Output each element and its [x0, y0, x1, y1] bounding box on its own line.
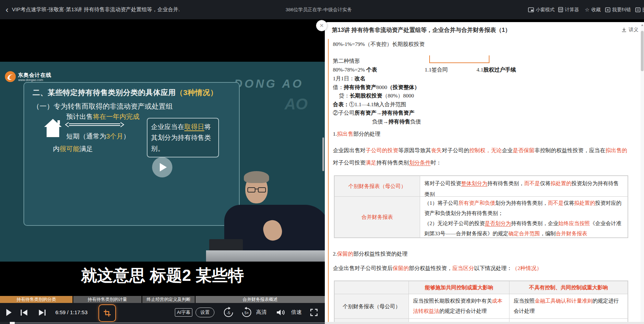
slide-line-2: 短期（通常为3个月）	[66, 132, 130, 141]
slide-line-3: 内很可能满足	[53, 144, 93, 154]
volume-button[interactable]	[276, 309, 285, 316]
slide-title: 二、某些特定持有待售类别分类的具体应用（3种情况）	[33, 88, 218, 97]
player-controls: 6:59 / 1:17:53 AI字幕 设置 -5 5+ 高清	[0, 303, 325, 322]
clip-marker-button[interactable]	[98, 304, 116, 322]
notes-line: 借：持有待售资产8000（投资整体）	[333, 84, 420, 91]
watermark-2: AO	[285, 95, 308, 113]
report-error-button[interactable]: 我要纠错	[605, 0, 631, 19]
forward-5-icon: 5+	[241, 307, 252, 318]
ai-subtitle-button[interactable]: AI字幕	[175, 308, 192, 317]
svg-text:5+: 5+	[245, 311, 249, 315]
notes-paragraph-1: 企业因出售对子公司的投资等原因导致其丧失对子公司的控制权，无论企业是否保留非控制…	[333, 144, 627, 169]
back-icon[interactable]: ‹	[6, 6, 8, 14]
slide-subtitle: （一）专为转售而取得的非流动资产或处置组	[33, 102, 173, 111]
double-arrow-icon	[65, 122, 124, 129]
slide-panel: 二、某些特定持有待售类别分类的具体应用（3种情况） （一）专为转售而取得的非流动…	[23, 82, 240, 226]
quality-button[interactable]: 高清	[256, 309, 267, 316]
rewind-5-button[interactable]: -5	[223, 307, 234, 318]
notes-line: 贷：长期股权投资（80%）8000	[339, 92, 414, 100]
notes-line: 4.1股权过户手续	[477, 66, 516, 74]
chapter-segment-2[interactable]: 持有待售类别的计量	[73, 296, 142, 303]
seek-thumb[interactable]	[10, 322, 15, 324]
dongao-logo-icon	[5, 71, 16, 82]
notes-line: 1月1日：改名	[333, 75, 365, 82]
speed-button[interactable]: 倍速	[291, 309, 302, 316]
play-icon	[159, 163, 167, 172]
favorite-button[interactable]: ☆ 收藏	[585, 0, 601, 19]
video-player[interactable]: 东奥会计在线 www.dongao.com DONG AO AO 二、某些特定持…	[0, 19, 325, 324]
notes-title: 第13讲 持有待售非流动资产处置组等，企业合并与合并财务报表（1）	[332, 26, 511, 34]
favorite-label: 收藏	[591, 7, 601, 13]
video-caption: 就这意思 标题2 某些特	[0, 265, 325, 286]
scrollbar-up-arrow[interactable]	[641, 24, 643, 26]
download-label: 讲义	[629, 27, 638, 33]
previous-button[interactable]	[20, 310, 28, 316]
table2-row1-col2: 应当按照长期股权投资准则中有关成本法转权益法的规定进行会计处理	[409, 294, 509, 319]
slide-callout-box: 企业应当在取得日将其划分为持有待售类别。	[147, 118, 219, 157]
course-title: VIP考点速学班-张敬富·第13讲 持有待售非流动资产处置组等，企业合并...	[12, 6, 180, 13]
notes-line: 负债→持有待售负债	[372, 118, 421, 126]
play-overlay-button[interactable]	[152, 157, 172, 177]
page-scrollbar-thumb[interactable]	[322, 137, 324, 171]
chapter-segment-3[interactable]: 终止经营的定义及判断	[142, 296, 195, 303]
laptop	[209, 239, 243, 251]
download-icon	[621, 27, 627, 33]
table2-col2-header: 能够施加共同控制或重大影响	[409, 281, 509, 294]
top-bar: ‹ VIP考点速学班-张敬富·第13讲 持有待售非流动资产处置组等，企业合并..…	[0, 0, 644, 19]
next-button[interactable]	[39, 310, 46, 316]
svg-text:-5: -5	[227, 311, 230, 315]
watermark: DONG AO	[234, 77, 303, 90]
instructor-hair	[244, 171, 269, 183]
chapter-bar: 持有待售类别的分类 持有待售类别的计量 终止经营的定义及判断 合并财务报表概述	[0, 296, 325, 303]
notes-panel: 第13讲 持有待售非流动资产处置组等，企业合并与合并财务报表（1） 讲义 80%…	[325, 22, 644, 324]
desk	[206, 250, 325, 262]
table1-row1-header: 个别财务报表（母公司）	[334, 176, 420, 197]
notes-paragraph-2: 企业出售对子公司投资后保留的部分权益性投资，应当区分以下情况处理：（2种情况）	[333, 265, 542, 272]
forward-5-button[interactable]: 5+	[241, 307, 252, 318]
settings-button[interactable]: 设置	[196, 308, 214, 317]
timeline-bracket-bottom	[429, 62, 489, 63]
fullscreen-icon	[310, 309, 318, 316]
table1-row2-body: （1）将子公司所有资产和负债划分为持有待售类别，而不是仅将拟处置的投资对应的资产…	[420, 196, 628, 238]
calculator-label: 计算器	[565, 7, 579, 13]
crop-icon	[103, 309, 111, 317]
next-icon	[39, 310, 46, 316]
fullscreen-button[interactable]	[310, 309, 318, 316]
table1-row2-header: 合并财务报表	[334, 196, 420, 238]
pip-label: 小窗模式	[536, 7, 555, 13]
chapter-segment-1[interactable]: 持有待售类别的分类	[0, 296, 73, 303]
feedback-icon	[635, 7, 640, 12]
house-icon	[44, 119, 62, 140]
download-handout-button[interactable]: 讲义	[621, 27, 638, 33]
notes-scrollbar-thumb[interactable]	[641, 31, 644, 71]
feedback-button[interactable]: 提	[635, 0, 644, 19]
notes-line: ②子公司所有资产→持有待售资产	[333, 109, 415, 117]
close-notes-button[interactable]: ✕	[316, 20, 327, 31]
timeline-bracket-right	[489, 55, 489, 63]
notes-line: 80%-78%=2% 个表	[333, 66, 377, 74]
live-status: 386位学员正在学-中级会计实务	[286, 0, 352, 19]
notes-line: 合表：①1.1—4.1纳入合并范围	[333, 101, 406, 108]
play-button[interactable]	[6, 309, 12, 316]
star-icon: ☆	[585, 7, 589, 13]
volume-icon	[276, 309, 285, 316]
rewind-5-icon: -5	[223, 307, 234, 318]
table2-row1-col3: 应当按照金融工具确认和计量准则的规定进行会计处理	[509, 294, 628, 319]
pip-mode-button[interactable]: 小窗模式	[528, 0, 555, 19]
horizontal-scrollbar[interactable]	[325, 322, 644, 324]
slide-line-1: 预计出售将在一年内完成	[66, 112, 139, 121]
notes-heading-1: 1.拟出售部分的处理	[333, 130, 381, 138]
table1-row1-body: 将对子公司投资整体划分为持有待售类别，而不是仅将拟处置的投资划分为持有待售类别	[420, 176, 628, 197]
top-bar-left: ‹ VIP考点速学班-张敬富·第13讲 持有待售非流动资产处置组等，企业合并..…	[6, 0, 180, 19]
table2-col3-header: 不具有控制、共同控制或重大影响	[509, 281, 628, 294]
time-display: 6:59 / 1:17:53	[55, 309, 88, 315]
notes-line: 80%-1%=79%（不丧控）长期股权投资	[333, 41, 425, 48]
calculator-button[interactable]: 计算器	[558, 0, 579, 19]
notes-table-1: 个别财务报表（母公司） 将对子公司投资整体划分为持有待售类别，而不是仅将拟处置的…	[334, 175, 628, 238]
notes-table-2: 能够施加共同控制或重大影响 不具有控制、共同控制或重大影响 个别财务报表（母公司…	[334, 281, 628, 324]
video-frame: 东奥会计在线 www.dongao.com DONG AO AO 二、某些特定持…	[0, 62, 325, 262]
chapter-segment-4[interactable]: 合并财务报表概述	[196, 296, 325, 303]
pip-icon	[528, 7, 534, 12]
notes-heading-2: 2.保留的部分权益性投资的处理	[333, 250, 407, 258]
previous-icon	[20, 310, 28, 316]
